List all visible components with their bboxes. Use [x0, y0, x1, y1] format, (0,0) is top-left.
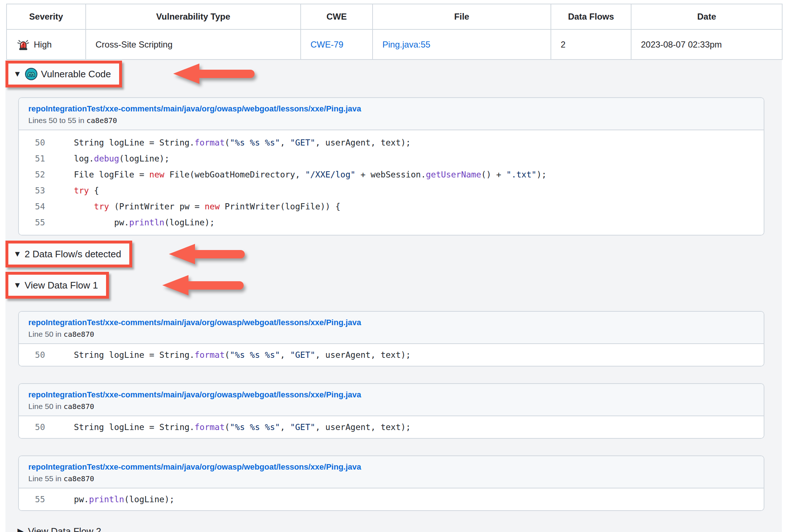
caret-down-icon[interactable]: ▼: [13, 70, 21, 78]
line-number: 50: [19, 347, 54, 363]
code-text: try {: [54, 183, 99, 199]
severity-value: High: [34, 40, 52, 50]
code-line: 55 pw.println(logLine);: [19, 214, 764, 230]
code-text: pw.println(logLine);: [54, 491, 174, 507]
report-body-panel: ▼ Vulnerable Code repoIntegrationTest/xx…: [5, 60, 782, 532]
table-header-row: Severity Vulnerability Type CWE File Dat…: [7, 4, 782, 29]
rotating-light-icon: [16, 38, 30, 51]
view-data-flow-1-summary-row: ▼ View Data Flow 1: [5, 272, 782, 299]
code-line: 51 log.debug(logLine);: [19, 151, 764, 167]
caret-down-icon[interactable]: ▼: [13, 281, 21, 289]
table-row: High Cross-Site Scripting CWE-79 Ping.ja…: [7, 29, 782, 60]
col-header-vulnerability-type: Vulnerability Type: [86, 4, 301, 29]
line-number: 55: [19, 214, 54, 230]
line-number: 54: [19, 199, 54, 214]
code-text: File logFile = new File(webGoatHomeDirec…: [54, 167, 547, 183]
annotation-box-view-data-flow-1: ▼ View Data Flow 1: [5, 272, 109, 299]
col-header-data-flows: Data Flows: [551, 4, 631, 29]
vulnerable-code-summary-row: ▼ Vulnerable Code: [5, 60, 782, 87]
line-info: Line 55 in ca8e870: [28, 474, 754, 483]
code-text: pw.println(logLine);: [54, 214, 215, 230]
code-line: 53 try {: [19, 183, 764, 199]
line-info: Line 50 in ca8e870: [28, 330, 754, 339]
view-data-flow-2-label[interactable]: View Data Flow 2: [28, 524, 101, 532]
data-flows-label[interactable]: 2 Data Flow/s detected: [25, 247, 121, 261]
col-header-severity: Severity: [7, 4, 86, 29]
code-snippet: 55 pw.println(logLine);: [19, 488, 764, 510]
file-link[interactable]: Ping.java:55: [382, 40, 430, 49]
col-header-file: File: [373, 4, 551, 29]
code-line: 50 String logLine = String.format("%s %s…: [19, 347, 764, 363]
line-number: 53: [19, 183, 54, 199]
code-line: 50 String logLine = String.format("%s %s…: [19, 419, 764, 435]
cwe-link[interactable]: CWE-79: [310, 40, 344, 49]
commit-hash: ca8e870: [64, 402, 94, 411]
code-card-header: repoIntegrationTest/xxe-comments/main/ja…: [19, 98, 764, 130]
code-text: log.debug(logLine);: [54, 151, 170, 167]
code-line: 55 pw.println(logLine);: [19, 491, 764, 507]
code-line: 52 File logFile = new File(webGoatHomeDi…: [19, 167, 764, 183]
line-number: 52: [19, 167, 54, 183]
col-header-date: Date: [631, 4, 782, 29]
code-text: String logLine = String.format("%s %s %s…: [54, 419, 411, 435]
vulnerable-code-card: repoIntegrationTest/xxe-comments/main/ja…: [18, 97, 764, 236]
code-card-header: repoIntegrationTest/xxe-comments/main/ja…: [19, 384, 764, 416]
col-header-cwe: CWE: [301, 4, 373, 29]
annotation-arrow-icon: [173, 63, 257, 85]
annotation-arrow-icon: [169, 243, 247, 265]
line-number: 51: [19, 151, 54, 167]
mobb-logo-icon: [25, 67, 38, 81]
repo-file-path-link[interactable]: repoIntegrationTest/xxe-comments/main/ja…: [28, 390, 361, 400]
date-cell: 2023-08-07 02:33pm: [631, 29, 782, 60]
commit-hash: ca8e870: [64, 330, 94, 339]
vulnerability-report-table: Severity Vulnerability Type CWE File Dat…: [6, 4, 783, 60]
annotation-box-data-flows: ▼ 2 Data Flow/s detected: [5, 241, 132, 267]
code-snippet: 50 String logLine = String.format("%s %s…: [19, 344, 764, 366]
code-text: String logLine = String.format("%s %s %s…: [54, 135, 411, 151]
commit-hash: ca8e870: [86, 116, 117, 125]
commit-hash: ca8e870: [64, 474, 94, 483]
caret-down-icon[interactable]: ▼: [13, 250, 21, 258]
line-number: 55: [19, 491, 54, 507]
repo-file-path-link[interactable]: repoIntegrationTest/xxe-comments/main/ja…: [28, 318, 361, 327]
line-info: Line 50 in ca8e870: [28, 402, 754, 411]
repo-file-path-link[interactable]: repoIntegrationTest/xxe-comments/main/ja…: [28, 104, 361, 114]
code-text: String logLine = String.format("%s %s %s…: [54, 347, 411, 363]
data-flows-cell: 2: [551, 29, 631, 60]
code-card-header: repoIntegrationTest/xxe-comments/main/ja…: [19, 456, 764, 488]
code-line: 50 String logLine = String.format("%s %s…: [19, 135, 764, 151]
line-number: 50: [19, 135, 54, 151]
annotation-box-vulnerable-code: ▼ Vulnerable Code: [5, 61, 122, 87]
data-flows-summary-row: ▼ 2 Data Flow/s detected: [5, 241, 782, 267]
code-snippet: 50 String logLine = String.format("%s %s…: [19, 416, 764, 438]
repo-file-path-link[interactable]: repoIntegrationTest/xxe-comments/main/ja…: [28, 462, 361, 472]
line-info: Lines 50 to 55 in ca8e870: [28, 116, 754, 125]
vulnerability-type-cell: Cross-Site Scripting: [86, 29, 301, 60]
severity-cell: High: [16, 38, 76, 51]
data-flow-step-card: repoIntegrationTest/xxe-comments/main/ja…: [18, 383, 764, 439]
code-snippet: 50 String logLine = String.format("%s %s…: [19, 130, 764, 235]
view-data-flow-2-summary-row: ▶ View Data Flow 2: [5, 524, 782, 532]
code-card-header: repoIntegrationTest/xxe-comments/main/ja…: [19, 312, 764, 344]
code-line: 54 try (PrintWriter pw = new PrintWriter…: [19, 199, 764, 214]
data-flow-step-card: repoIntegrationTest/xxe-comments/main/ja…: [18, 311, 764, 367]
vulnerable-code-label[interactable]: Vulnerable Code: [41, 67, 111, 81]
code-text: try (PrintWriter pw = new PrintWriter(lo…: [54, 199, 340, 214]
view-data-flow-1-label[interactable]: View Data Flow 1: [25, 278, 98, 292]
annotation-arrow-icon: [162, 274, 246, 296]
caret-right-icon[interactable]: ▶: [17, 527, 24, 532]
line-number: 50: [19, 419, 54, 435]
data-flow-step-card: repoIntegrationTest/xxe-comments/main/ja…: [18, 455, 764, 511]
